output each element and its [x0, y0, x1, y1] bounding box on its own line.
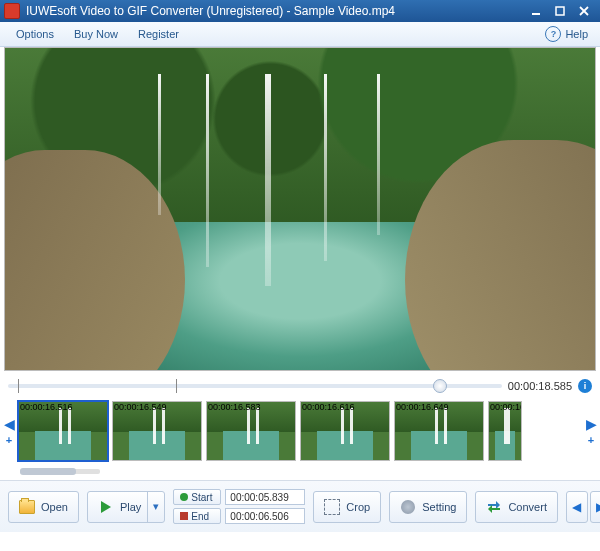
thumb-ts: 00:00:16: [490, 402, 522, 412]
thumbnail[interactable]: 00:00:16.583: [206, 401, 296, 461]
set-start-button[interactable]: Start: [173, 489, 221, 505]
scrollbar-thumb[interactable]: [20, 468, 76, 475]
convert-label: Convert: [508, 501, 547, 513]
folder-icon: [19, 499, 35, 515]
thumbnail-strip: ◀ + 00:00:16.51600:00:16.54900:00:16.583…: [2, 397, 598, 465]
timeline-end-label: 00:00:18.585: [508, 380, 572, 392]
convert-button[interactable]: Convert: [475, 491, 558, 523]
start-label: Start: [191, 492, 212, 503]
menu-options[interactable]: Options: [6, 26, 64, 42]
gear-icon: [400, 499, 416, 515]
chevron-left-icon: ◀: [4, 416, 15, 432]
chevron-right-icon: ▶: [586, 416, 597, 432]
end-square-icon: [180, 512, 188, 520]
play-label: Play: [120, 501, 141, 513]
info-icon[interactable]: i: [578, 379, 592, 393]
menu-help-label: Help: [565, 28, 588, 40]
timeline-row: 00:00:18.585 i: [8, 379, 592, 393]
thumb-ts: 00:00:16.583: [208, 402, 261, 412]
timeline-slider[interactable]: [8, 384, 502, 388]
menu-help[interactable]: ? Help: [545, 26, 594, 42]
thumbnail-list: 00:00:16.51600:00:16.54900:00:16.58300:0…: [16, 397, 584, 465]
thumbnail[interactable]: 00:00:16.649: [394, 401, 484, 461]
minimize-button[interactable]: [524, 3, 548, 19]
thumbs-next-button[interactable]: ▶ +: [584, 416, 598, 446]
help-icon: ?: [545, 26, 561, 42]
end-time-field[interactable]: 00:00:06.506: [225, 508, 305, 524]
open-button[interactable]: Open: [8, 491, 79, 523]
set-end-button[interactable]: End: [173, 508, 221, 524]
add-end-icon: +: [588, 434, 594, 446]
playhead-knob[interactable]: [433, 379, 447, 393]
frame-step-group: ◀ ▶: [566, 491, 600, 523]
video-preview[interactable]: [4, 47, 596, 371]
thumbnail[interactable]: 00:00:16.616: [300, 401, 390, 461]
next-frame-button[interactable]: ▶: [590, 491, 600, 523]
thumbs-scrollbar[interactable]: [20, 469, 100, 474]
preview-area: 00:00:16.516: [4, 47, 596, 371]
window-title: IUWEsoft Video to GIF Converter (Unregis…: [26, 4, 524, 18]
thumb-ts: 00:00:16.549: [114, 402, 167, 412]
menu-buy-now[interactable]: Buy Now: [64, 26, 128, 42]
thumbnail[interactable]: 00:00:16.516: [18, 401, 108, 461]
close-button[interactable]: [572, 3, 596, 19]
add-start-icon: +: [6, 434, 12, 446]
crop-button[interactable]: Crop: [313, 491, 381, 523]
range-start-marker[interactable]: [18, 379, 19, 393]
thumbs-prev-button[interactable]: ◀ +: [2, 416, 16, 446]
title-bar: IUWEsoft Video to GIF Converter (Unregis…: [0, 0, 600, 22]
crop-icon: [324, 499, 340, 515]
menu-register[interactable]: Register: [128, 26, 189, 42]
setting-button[interactable]: Setting: [389, 491, 467, 523]
thumbnail[interactable]: 00:00:16.549: [112, 401, 202, 461]
start-time-field[interactable]: 00:00:05.839: [225, 489, 305, 505]
play-dropdown[interactable]: ▾: [147, 492, 164, 522]
convert-icon: [486, 499, 502, 515]
play-icon: [98, 499, 114, 515]
svg-rect-1: [556, 7, 564, 15]
crop-label: Crop: [346, 501, 370, 513]
thumb-ts: 00:00:16.516: [20, 402, 73, 412]
thumbnail[interactable]: 00:00:16: [488, 401, 522, 461]
maximize-button[interactable]: [548, 3, 572, 19]
setting-label: Setting: [422, 501, 456, 513]
play-button[interactable]: Play ▾: [87, 491, 165, 523]
bottom-toolbar: Open Play ▾ Start 00:00:05.839 End 00:00…: [0, 480, 600, 532]
start-dot-icon: [180, 493, 188, 501]
end-label: End: [191, 511, 209, 522]
range-end-marker[interactable]: [176, 379, 177, 393]
menu-bar: Options Buy Now Register ? Help: [0, 22, 600, 47]
prev-frame-button[interactable]: ◀: [566, 491, 588, 523]
range-time-group: Start 00:00:05.839 End 00:00:06.506: [173, 489, 305, 524]
open-label: Open: [41, 501, 68, 513]
app-icon: [4, 3, 20, 19]
thumb-ts: 00:00:16.616: [302, 402, 355, 412]
thumb-ts: 00:00:16.649: [396, 402, 449, 412]
